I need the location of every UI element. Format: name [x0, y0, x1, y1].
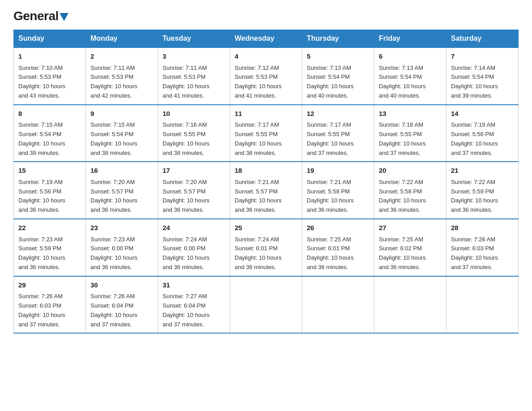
calendar-cell: 14 Sunrise: 7:19 AMSunset: 5:56 PMDaylig…: [446, 105, 519, 162]
day-info: Sunrise: 7:25 AMSunset: 6:02 PMDaylight:…: [379, 236, 426, 270]
day-info: Sunrise: 7:21 AMSunset: 5:58 PMDaylight:…: [307, 179, 354, 213]
calendar-cell: 29 Sunrise: 7:26 AMSunset: 6:03 PMDaylig…: [14, 276, 86, 334]
weekday-header-thursday: Thursday: [302, 30, 374, 48]
calendar-table: SundayMondayTuesdayWednesdayThursdayFrid…: [13, 30, 519, 334]
calendar-week-row: 8 Sunrise: 7:15 AMSunset: 5:54 PMDayligh…: [14, 105, 519, 162]
calendar-cell: [374, 276, 446, 334]
day-info: Sunrise: 7:23 AMSunset: 5:59 PMDaylight:…: [18, 236, 65, 270]
day-info: Sunrise: 7:13 AMSunset: 5:54 PMDaylight:…: [307, 64, 354, 99]
day-number: 21: [451, 166, 514, 176]
day-number: 15: [18, 166, 81, 176]
day-info: Sunrise: 7:26 AMSunset: 6:03 PMDaylight:…: [451, 236, 498, 270]
calendar-cell: 18 Sunrise: 7:21 AMSunset: 5:57 PMDaylig…: [230, 162, 302, 219]
day-number: 31: [163, 280, 225, 291]
calendar-cell: 26 Sunrise: 7:25 AMSunset: 6:01 PMDaylig…: [302, 219, 374, 276]
calendar-cell: 10 Sunrise: 7:16 AMSunset: 5:55 PMDaylig…: [158, 105, 230, 162]
calendar-cell: 22 Sunrise: 7:23 AMSunset: 5:59 PMDaylig…: [14, 219, 86, 276]
day-number: 13: [379, 109, 442, 119]
day-number: 11: [235, 109, 297, 119]
day-info: Sunrise: 7:20 AMSunset: 5:57 PMDaylight:…: [163, 179, 210, 213]
calendar-cell: [446, 276, 519, 334]
day-info: Sunrise: 7:14 AMSunset: 5:54 PMDaylight:…: [451, 64, 498, 99]
day-number: 3: [163, 51, 225, 62]
day-number: 6: [379, 51, 442, 62]
day-number: 2: [90, 51, 153, 62]
day-number: 24: [163, 223, 225, 233]
logo: General: [13, 9, 69, 21]
day-info: Sunrise: 7:21 AMSunset: 5:57 PMDaylight:…: [235, 179, 282, 213]
calendar-cell: 7 Sunrise: 7:14 AMSunset: 5:54 PMDayligh…: [446, 47, 519, 105]
calendar-week-row: 15 Sunrise: 7:19 AMSunset: 5:56 PMDaylig…: [14, 162, 519, 219]
weekday-header-saturday: Saturday: [446, 30, 519, 48]
calendar-cell: 19 Sunrise: 7:21 AMSunset: 5:58 PMDaylig…: [302, 162, 374, 219]
day-number: 28: [451, 223, 514, 233]
calendar-cell: 5 Sunrise: 7:13 AMSunset: 5:54 PMDayligh…: [302, 47, 374, 105]
day-info: Sunrise: 7:23 AMSunset: 6:00 PMDaylight:…: [90, 236, 137, 270]
logo-general: General: [13, 9, 59, 23]
calendar-cell: 4 Sunrise: 7:12 AMSunset: 5:53 PMDayligh…: [230, 47, 302, 105]
day-info: Sunrise: 7:24 AMSunset: 6:01 PMDaylight:…: [235, 236, 282, 270]
day-info: Sunrise: 7:26 AMSunset: 6:04 PMDaylight:…: [90, 293, 137, 327]
day-number: 4: [235, 51, 297, 62]
day-number: 25: [235, 223, 297, 233]
calendar-cell: 6 Sunrise: 7:13 AMSunset: 5:54 PMDayligh…: [374, 47, 446, 105]
day-info: Sunrise: 7:22 AMSunset: 5:59 PMDaylight:…: [451, 179, 498, 213]
calendar-cell: 9 Sunrise: 7:15 AMSunset: 5:54 PMDayligh…: [86, 105, 158, 162]
calendar-week-row: 1 Sunrise: 7:10 AMSunset: 5:53 PMDayligh…: [14, 47, 519, 105]
calendar-cell: 20 Sunrise: 7:22 AMSunset: 5:58 PMDaylig…: [374, 162, 446, 219]
day-number: 22: [18, 223, 81, 233]
calendar-cell: 27 Sunrise: 7:25 AMSunset: 6:02 PMDaylig…: [374, 219, 446, 276]
calendar-header-row: SundayMondayTuesdayWednesdayThursdayFrid…: [14, 30, 519, 48]
day-number: 19: [307, 166, 369, 176]
calendar-week-row: 29 Sunrise: 7:26 AMSunset: 6:03 PMDaylig…: [14, 276, 519, 334]
day-info: Sunrise: 7:27 AMSunset: 6:04 PMDaylight:…: [163, 293, 210, 327]
day-info: Sunrise: 7:24 AMSunset: 6:00 PMDaylight:…: [163, 236, 210, 270]
calendar-week-row: 22 Sunrise: 7:23 AMSunset: 5:59 PMDaylig…: [14, 219, 519, 276]
logo-text: General: [13, 9, 69, 23]
calendar-cell: 16 Sunrise: 7:20 AMSunset: 5:57 PMDaylig…: [86, 162, 158, 219]
day-info: Sunrise: 7:18 AMSunset: 5:55 PMDaylight:…: [379, 121, 426, 156]
weekday-header-sunday: Sunday: [14, 30, 86, 48]
day-number: 26: [307, 223, 369, 233]
day-number: 5: [307, 51, 369, 62]
calendar-cell: 24 Sunrise: 7:24 AMSunset: 6:00 PMDaylig…: [158, 219, 230, 276]
day-number: 30: [90, 280, 153, 291]
calendar-cell: 1 Sunrise: 7:10 AMSunset: 5:53 PMDayligh…: [14, 47, 86, 105]
day-info: Sunrise: 7:25 AMSunset: 6:01 PMDaylight:…: [307, 236, 354, 270]
day-info: Sunrise: 7:17 AMSunset: 5:55 PMDaylight:…: [307, 121, 354, 156]
day-number: 8: [18, 109, 81, 119]
day-number: 23: [90, 223, 153, 233]
day-info: Sunrise: 7:13 AMSunset: 5:54 PMDaylight:…: [379, 64, 426, 99]
day-info: Sunrise: 7:15 AMSunset: 5:54 PMDaylight:…: [18, 121, 65, 156]
calendar-cell: 2 Sunrise: 7:11 AMSunset: 5:53 PMDayligh…: [86, 47, 158, 105]
day-number: 29: [18, 280, 81, 291]
weekday-header-tuesday: Tuesday: [158, 30, 230, 48]
day-number: 12: [307, 109, 369, 119]
weekday-header-friday: Friday: [374, 30, 446, 48]
day-info: Sunrise: 7:17 AMSunset: 5:55 PMDaylight:…: [235, 121, 282, 156]
weekday-header-monday: Monday: [86, 30, 158, 48]
day-number: 27: [379, 223, 442, 233]
day-number: 17: [163, 166, 225, 176]
calendar-cell: 28 Sunrise: 7:26 AMSunset: 6:03 PMDaylig…: [446, 219, 519, 276]
weekday-header-wednesday: Wednesday: [230, 30, 302, 48]
day-number: 7: [451, 51, 514, 62]
day-info: Sunrise: 7:19 AMSunset: 5:56 PMDaylight:…: [451, 121, 498, 156]
day-info: Sunrise: 7:20 AMSunset: 5:57 PMDaylight:…: [90, 179, 137, 213]
calendar-cell: 31 Sunrise: 7:27 AMSunset: 6:04 PMDaylig…: [158, 276, 230, 334]
day-info: Sunrise: 7:16 AMSunset: 5:55 PMDaylight:…: [163, 121, 210, 156]
day-info: Sunrise: 7:19 AMSunset: 5:56 PMDaylight:…: [18, 179, 65, 213]
calendar-cell: 12 Sunrise: 7:17 AMSunset: 5:55 PMDaylig…: [302, 105, 374, 162]
day-number: 14: [451, 109, 514, 119]
day-info: Sunrise: 7:11 AMSunset: 5:53 PMDaylight:…: [90, 64, 137, 99]
day-number: 1: [18, 51, 81, 62]
day-number: 16: [90, 166, 153, 176]
page-header: General: [13, 9, 519, 21]
day-info: Sunrise: 7:12 AMSunset: 5:53 PMDaylight:…: [235, 64, 282, 99]
calendar-cell: [302, 276, 374, 334]
calendar-cell: 3 Sunrise: 7:11 AMSunset: 5:53 PMDayligh…: [158, 47, 230, 105]
calendar-cell: [230, 276, 302, 334]
day-info: Sunrise: 7:10 AMSunset: 5:53 PMDaylight:…: [18, 64, 65, 99]
calendar-cell: 30 Sunrise: 7:26 AMSunset: 6:04 PMDaylig…: [86, 276, 158, 334]
day-info: Sunrise: 7:15 AMSunset: 5:54 PMDaylight:…: [90, 121, 137, 156]
